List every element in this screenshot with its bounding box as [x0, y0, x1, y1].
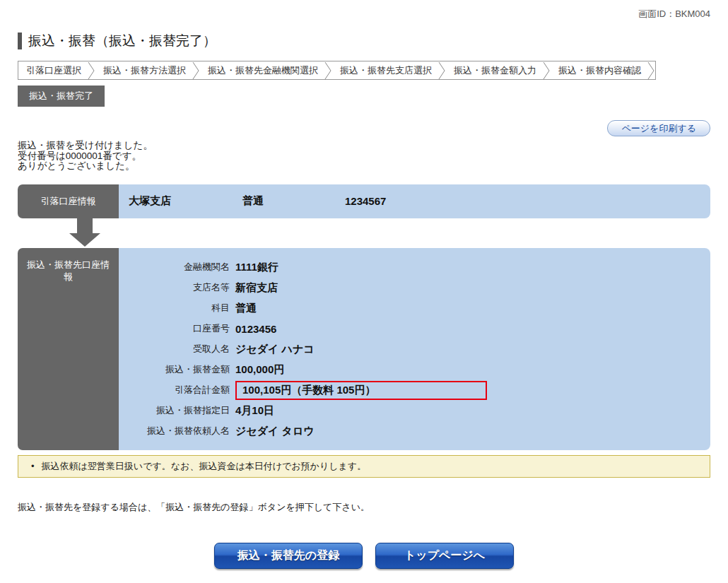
action-button-row: 振込・振替先の登録 トップページへ	[0, 543, 728, 569]
notice-bar: • 振込依頼は翌営業日扱いです。なお、振込資金は本日付けでお預かりします。	[18, 455, 710, 478]
row-label-requester: 振込・振替依頼人名	[119, 425, 230, 437]
result-messages: 振込・振替を受け付けました。 受付番号は0000001番です。 ありがとうござい…	[18, 141, 710, 172]
page-title: 振込・振替（振込・振替完了）	[18, 33, 710, 49]
table-row: 引落合計金額 100,105円（手数料 105円）	[119, 380, 710, 401]
breadcrumb-step-debit-account: 引落口座選択	[18, 61, 88, 79]
top-page-button[interactable]: トップページへ	[375, 543, 514, 569]
row-value-account-type: 普通	[235, 302, 257, 315]
row-label-recipient: 受取人名	[119, 343, 230, 355]
row-value-designated-date: 4月10日	[235, 404, 274, 418]
bullet-icon: •	[31, 461, 35, 471]
breadcrumb-step-branch: 振込・振替先支店選択	[332, 61, 438, 79]
table-row: 科目 普通	[119, 298, 710, 319]
table-row: 金融機関名 1111銀行	[119, 257, 710, 278]
destination-account-section: 振込・振替先口座情報 金融機関名 1111銀行 支店名等 新宿支店 科目 普通 …	[18, 248, 710, 450]
chevron-right-icon	[192, 61, 200, 79]
breadcrumb-step-bank: 振込・振替先金融機関選択	[200, 61, 324, 79]
register-destination-button[interactable]: 振込・振替先の登録	[214, 543, 363, 569]
row-value-branch: 新宿支店	[235, 281, 278, 295]
breadcrumb-step-amount: 振込・振替金額入力	[446, 61, 543, 79]
table-row: 振込・振替金額 100,000円	[119, 360, 710, 380]
chevron-right-icon	[88, 61, 95, 79]
row-label-designated-date: 振込・振替指定日	[119, 404, 230, 417]
row-label-account-type: 科目	[119, 302, 230, 314]
row-label-transfer-amount: 振込・振替金額	[119, 363, 230, 376]
row-value-recipient: ジセダイ ハナコ	[235, 343, 315, 356]
debit-account-header: 引落口座情報	[18, 184, 119, 218]
destination-account-details: 金融機関名 1111銀行 支店名等 新宿支店 科目 普通 口座番号 012345…	[119, 248, 710, 450]
chevron-right-icon	[647, 61, 655, 79]
chevron-right-icon	[324, 61, 332, 79]
table-row: 支店名等 新宿支店	[119, 278, 710, 298]
row-label-total-debit: 引落合計金額	[119, 384, 230, 396]
breadcrumb-current-step-complete: 振込・振替完了	[18, 86, 105, 107]
table-row: 振込・振替指定日 4月10日	[119, 401, 710, 421]
row-label-branch: 支店名等	[119, 281, 230, 294]
message-accepted: 振込・振替を受け付けました。	[18, 141, 710, 151]
down-arrow-icon	[69, 218, 100, 247]
debit-account-row: 大塚支店 普通 1234567	[119, 184, 710, 218]
chevron-right-icon	[543, 61, 551, 79]
row-value-bank: 1111銀行	[235, 261, 278, 274]
register-hint-text: 振込・振替先を登録する場合は、「振込・振替先の登録」ボタンを押下して下さい。	[18, 501, 710, 514]
message-thanks: ありがとうございました。	[18, 161, 710, 172]
chevron-right-icon	[438, 61, 446, 79]
row-label-bank: 金融機関名	[119, 261, 230, 273]
destination-account-header: 振込・振替先口座情報	[18, 248, 119, 450]
row-value-transfer-amount: 100,000円	[235, 363, 284, 377]
debit-account-section: 引落口座情報 大塚支店 普通 1234567	[18, 184, 710, 218]
breadcrumb-step-method: 振込・振替方法選択	[95, 61, 192, 79]
debit-branch-name: 大塚支店	[119, 194, 242, 208]
breadcrumb-step-confirm: 振込・振替内容確認	[551, 61, 647, 79]
table-row: 口座番号 0123456	[119, 319, 710, 339]
table-row: 振込・振替依頼人名 ジセダイ タロウ	[119, 421, 710, 442]
row-value-requester: ジセダイ タロウ	[235, 425, 315, 438]
debit-account-type: 普通	[242, 194, 345, 208]
debit-account-number: 1234567	[345, 195, 710, 207]
row-value-account-number: 0123456	[235, 323, 276, 335]
breadcrumb: 引落口座選択 振込・振替方法選択 振込・振替先金融機関選択 振込・振替先支店選択…	[18, 61, 656, 80]
table-row: 受取人名 ジセダイ ハナコ	[119, 339, 710, 360]
message-receipt-number: 受付番号は0000001番です。	[18, 151, 710, 162]
row-value-total-debit-highlighted: 100,105円（手数料 105円）	[235, 381, 487, 400]
print-page-button[interactable]: ページを印刷する	[607, 120, 710, 136]
notice-text: 振込依頼は翌営業日扱いです。なお、振込資金は本日付けでお預かりします。	[42, 460, 367, 473]
screen-id: 画面ID：BKM004	[638, 8, 710, 20]
row-label-account-number: 口座番号	[119, 322, 230, 335]
